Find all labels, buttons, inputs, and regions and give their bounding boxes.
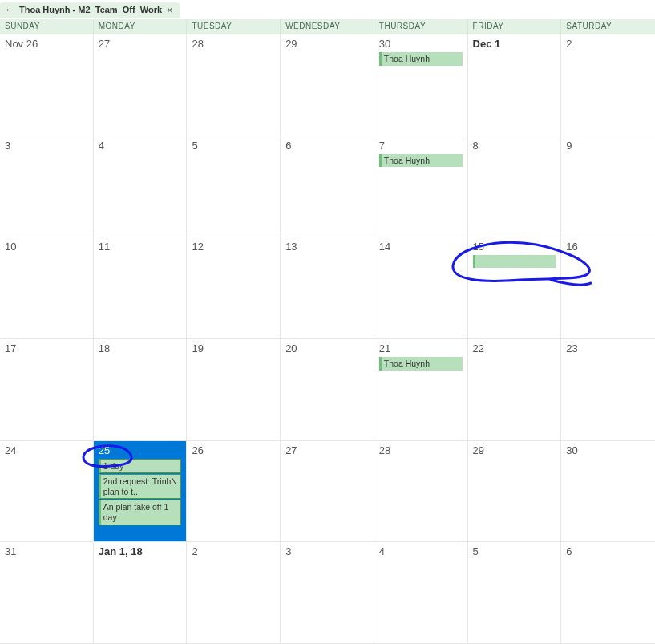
events-container: 1 day2nd request: TrinhN plan to t...An … [99,459,182,525]
date-label: 17 [5,342,88,354]
date-label: 6 [566,545,650,557]
date-label: 5 [473,545,556,557]
calendar-cell[interactable]: 24 [0,441,94,543]
calendar-cell[interactable]: 17 [0,339,94,441]
date-label: 28 [192,38,275,50]
calendar-cell[interactable]: 14 [374,237,468,339]
calendar-tab[interactable]: ← Thoa Huynh - M2_Team_Off_Work × [0,2,180,18]
day-header: FRIDAY [468,19,562,34]
day-header: MONDAY [94,19,188,34]
calendar-cell[interactable]: 29 [281,34,374,136]
calendar-cell[interactable]: 18 [94,339,188,441]
date-label: Nov 26 [5,38,88,50]
calendar-cell[interactable]: 31 [0,542,94,644]
day-header: THURSDAY [374,19,468,34]
calendar-cell[interactable]: 2 [187,542,281,644]
calendar-cell[interactable]: 20 [281,339,374,441]
date-label: 31 [5,545,88,557]
calendar-cell[interactable]: 3 [281,542,374,644]
calendar-cell[interactable]: 4 [94,136,188,238]
events-container: Thoa Huynh [379,357,463,371]
calendar-cell[interactable]: 13 [281,237,374,339]
calendar-event[interactable]: Thoa Huynh [379,357,463,371]
calendar-cell[interactable]: 26 [187,441,281,543]
date-label: 27 [285,444,369,456]
calendar-cell[interactable]: 10 [0,237,94,339]
calendar-event[interactable]: 2nd request: TrinhN plan to t... [99,474,182,499]
calendar-cell[interactable]: 4 [374,542,468,644]
calendar-cell[interactable]: Jan 1, 18 [94,542,188,644]
calendar-cell[interactable]: 21Thoa Huynh [374,339,468,441]
calendar-cell[interactable]: 8 [468,136,562,238]
calendar-cell[interactable]: 6 [561,542,655,644]
date-label: 14 [379,241,463,253]
day-header: TUESDAY [187,19,281,34]
date-label: 22 [473,342,556,354]
date-label: 7 [379,140,463,152]
date-label: 2 [566,38,650,50]
calendar-cell[interactable]: 5 [468,542,562,644]
calendar-cell[interactable]: 7Thoa Huynh [374,136,468,238]
day-header: SUNDAY [0,19,94,34]
tab-title: Thoa Huynh - M2_Team_Off_Work [19,5,162,14]
calendar-event[interactable]: 1 day [99,459,182,474]
back-arrow-icon[interactable]: ← [5,5,14,14]
date-label: 11 [99,241,182,253]
calendar-cell[interactable]: 251 day2nd request: TrinhN plan to t...A… [94,441,188,543]
calendar-event[interactable]: An plan take off 1 day [99,500,182,525]
calendar-event[interactable]: Thoa Huynh [379,52,463,66]
date-label: 21 [379,342,463,354]
calendar-cell[interactable]: 16 [561,237,655,339]
date-label: 27 [99,38,182,50]
calendar-cell[interactable]: Dec 1 [468,34,562,136]
date-label: 4 [99,140,182,152]
calendar-cell[interactable]: 19 [187,339,281,441]
date-label: 6 [285,140,369,152]
calendar-cell[interactable]: 22 [468,339,562,441]
date-label: 20 [285,342,369,354]
date-label: 30 [379,38,463,50]
calendar-cell[interactable]: 2 [561,34,655,136]
calendar-event[interactable]: Thoa Huynh [379,154,463,168]
calendar-cell[interactable]: 27 [94,34,188,136]
day-header: WEDNESDAY [281,19,374,34]
calendar-cell[interactable]: 27 [281,441,374,543]
calendar-event[interactable] [473,255,556,268]
calendar-cell[interactable]: 11 [94,237,188,339]
date-label: 16 [566,241,650,253]
calendar-cell[interactable]: 3 [0,136,94,238]
calendar-cell[interactable]: 30Thoa Huynh [374,34,468,136]
events-container: Thoa Huynh [379,52,463,66]
calendar-cell[interactable]: 12 [187,237,281,339]
calendar-cell[interactable]: 30 [561,441,655,543]
calendar-cell[interactable]: 15 [468,237,562,339]
date-label: 9 [566,140,650,152]
date-label: Dec 1 [473,38,556,50]
date-label: Jan 1, 18 [99,545,182,557]
date-label: 29 [473,444,556,456]
close-icon[interactable]: × [167,5,173,15]
calendar-cell[interactable]: 28 [187,34,281,136]
events-container: Thoa Huynh [379,154,463,168]
date-label: 2 [192,545,275,557]
date-label: 3 [285,545,369,557]
date-label: 29 [285,38,369,50]
calendar-cell[interactable]: 6 [281,136,374,238]
date-label: 24 [5,444,88,456]
date-label: 5 [192,140,275,152]
date-label: 3 [5,140,88,152]
calendar-cell[interactable]: 29 [468,441,562,543]
date-label: 18 [99,342,182,354]
date-label: 28 [379,444,463,456]
date-label: 26 [192,444,275,456]
date-label: 19 [192,342,275,354]
date-label: 23 [566,342,650,354]
day-header: SATURDAY [561,19,655,34]
date-label: 13 [285,241,369,253]
calendar-cell[interactable]: 23 [561,339,655,441]
calendar-cell[interactable]: 28 [374,441,468,543]
calendar-cell[interactable]: 9 [561,136,655,238]
date-label: 4 [379,545,463,557]
calendar-cell[interactable]: 5 [187,136,281,238]
calendar-cell[interactable]: Nov 26 [0,34,94,136]
